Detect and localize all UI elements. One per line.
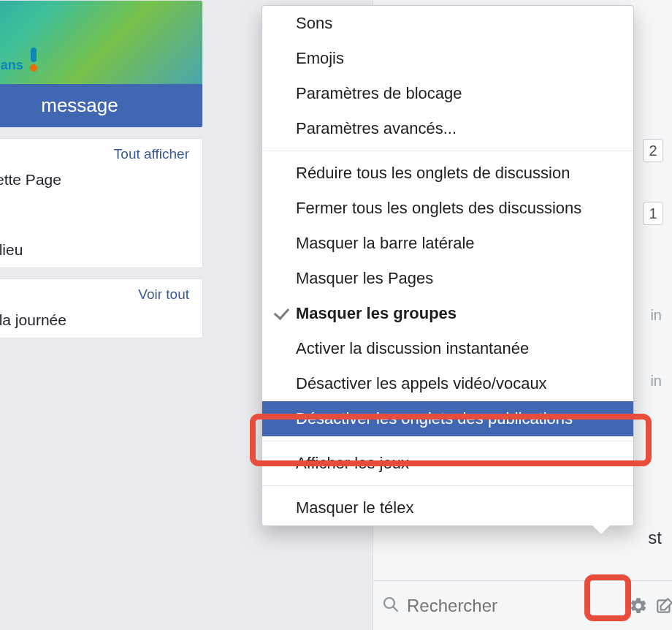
gear-icon[interactable] (625, 593, 652, 619)
menu-item[interactable]: Sons (262, 6, 633, 41)
badge-ans: ans (1, 58, 23, 73)
show-all-link[interactable]: Tout afficher (114, 146, 189, 162)
page-action-row[interactable]: t ce lieu (0, 232, 202, 267)
exclamation-icon (26, 48, 41, 72)
hours-row: ans la journée (0, 303, 202, 338)
chat-search-bar (373, 580, 672, 630)
page-cover-image: 30 ans (0, 1, 202, 84)
see-all-link[interactable]: Voir tout (138, 286, 189, 303)
menu-item[interactable]: Paramètres avancés... (262, 111, 633, 146)
menu-item[interactable]: Désactiver les appels vidéo/vocaux (262, 366, 633, 401)
menu-item[interactable]: Désactiver les onglets des publications (262, 401, 633, 436)
menu-item[interactable]: Masquer les Pages (262, 261, 633, 296)
chat-settings-menu: SonsEmojisParamètres de blocageParamètre… (261, 5, 634, 526)
search-icon (382, 596, 400, 616)
svg-line-3 (393, 607, 397, 611)
menu-item[interactable]: Paramètres de blocage (262, 76, 633, 111)
menu-item[interactable]: Masquer les groupes (262, 296, 633, 331)
sidebar-partial-text: in (650, 373, 662, 390)
menu-item[interactable]: Activer la discussion instantanée (262, 331, 633, 366)
compose-icon[interactable] (652, 593, 672, 619)
menu-item[interactable]: Fermer tous les onglets des discussions (262, 191, 633, 226)
page-hours-card: Voir tout ans la journée (0, 278, 203, 338)
menu-divider (262, 441, 633, 441)
menu-item[interactable]: Masquer la barre latérale (262, 226, 633, 261)
svg-point-1 (30, 64, 37, 72)
menu-item[interactable]: Emojis (262, 41, 633, 76)
menu-item[interactable]: Masquer le télex (262, 490, 633, 525)
svg-rect-0 (31, 48, 37, 62)
sidebar-partial-text: st (648, 528, 662, 548)
anniversary-badge: 30 ans (0, 42, 41, 77)
count-badge: 2 (643, 139, 663, 162)
page-action-row[interactable]: er cette Page (0, 162, 202, 197)
left-column: 30 ans message Tout afficher er cette Pa… (0, 0, 203, 349)
menu-divider (262, 151, 633, 151)
page-action-row[interactable]: ça (0, 197, 202, 232)
sidebar-partial-text: in (650, 307, 662, 324)
page-card: 30 ans message (0, 0, 203, 128)
menu-item[interactable]: Réduire tous les onglets de discussion (262, 156, 633, 191)
page-actions-card: Tout afficher er cette Page ça t ce lieu (0, 138, 203, 268)
send-message-button[interactable]: message (0, 84, 202, 127)
count-badge: 1 (643, 202, 663, 225)
menu-item[interactable]: Afficher les jeux (262, 446, 633, 481)
chat-search-input[interactable] (407, 596, 625, 616)
menu-divider (262, 485, 633, 486)
